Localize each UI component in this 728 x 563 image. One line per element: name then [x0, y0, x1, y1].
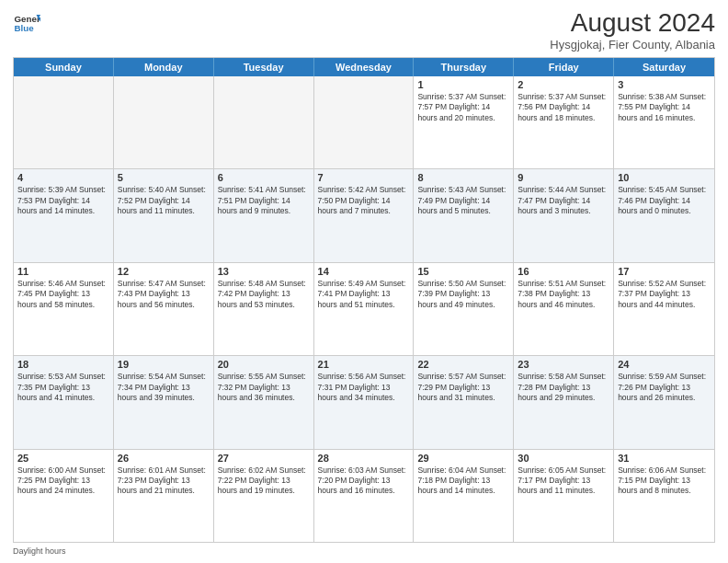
day-info: Sunrise: 6:01 AM Sunset: 7:23 PM Dayligh… [118, 465, 210, 497]
day-header-saturday: Saturday [614, 58, 714, 76]
day-number: 9 [518, 172, 609, 183]
day-cell-3: 3Sunrise: 5:38 AM Sunset: 7:55 PM Daylig… [614, 76, 714, 168]
day-number: 15 [417, 266, 509, 277]
day-cell-24: 24Sunrise: 5:59 AM Sunset: 7:26 PM Dayli… [614, 356, 714, 448]
day-number: 27 [218, 453, 310, 464]
day-number: 10 [618, 172, 711, 183]
day-info: Sunrise: 5:54 AM Sunset: 7:34 PM Dayligh… [118, 372, 210, 403]
day-number: 12 [118, 266, 210, 277]
day-info: Sunrise: 5:49 AM Sunset: 7:41 PM Dayligh… [318, 279, 410, 310]
day-info: Sunrise: 5:41 AM Sunset: 7:51 PM Dayligh… [218, 185, 310, 216]
day-info: Sunrise: 5:44 AM Sunset: 7:47 PM Dayligh… [518, 185, 609, 216]
day-info: Sunrise: 5:53 AM Sunset: 7:35 PM Dayligh… [17, 372, 109, 403]
day-number: 28 [318, 453, 410, 464]
day-number: 13 [218, 266, 310, 277]
day-info: Sunrise: 5:48 AM Sunset: 7:42 PM Dayligh… [218, 279, 310, 310]
day-number: 8 [417, 172, 509, 183]
day-cell-30: 30Sunrise: 6:05 AM Sunset: 7:17 PM Dayli… [514, 450, 614, 542]
day-cell-7: 7Sunrise: 5:42 AM Sunset: 7:50 PM Daylig… [314, 169, 415, 261]
day-cell-29: 29Sunrise: 6:04 AM Sunset: 7:18 PM Dayli… [414, 450, 514, 542]
day-info: Sunrise: 5:56 AM Sunset: 7:31 PM Dayligh… [318, 372, 410, 403]
day-cell-13: 13Sunrise: 5:48 AM Sunset: 7:42 PM Dayli… [214, 263, 314, 355]
day-info: Sunrise: 5:52 AM Sunset: 7:37 PM Dayligh… [618, 279, 711, 310]
day-number: 23 [518, 359, 609, 370]
day-number: 25 [17, 453, 109, 464]
day-number: 30 [518, 453, 609, 464]
subtitle: Hysgjokaj, Fier County, Albania [550, 38, 715, 52]
day-number: 16 [518, 266, 609, 277]
day-number: 31 [618, 453, 711, 464]
day-number: 4 [17, 172, 109, 183]
day-info: Sunrise: 6:03 AM Sunset: 7:20 PM Dayligh… [318, 465, 410, 497]
day-cell-28: 28Sunrise: 6:03 AM Sunset: 7:20 PM Dayli… [314, 450, 415, 542]
week-row-2: 4Sunrise: 5:39 AM Sunset: 7:53 PM Daylig… [14, 168, 714, 261]
day-cell-6: 6Sunrise: 5:41 AM Sunset: 7:51 PM Daylig… [214, 169, 314, 261]
header: General Blue August 2024 Hysgjokaj, Fier… [13, 9, 715, 52]
day-cell-5: 5Sunrise: 5:40 AM Sunset: 7:52 PM Daylig… [114, 169, 214, 261]
logo-icon: General Blue [13, 9, 40, 37]
day-header-friday: Friday [514, 58, 614, 76]
day-info: Sunrise: 6:05 AM Sunset: 7:17 PM Dayligh… [518, 465, 609, 497]
day-cell-1: 1Sunrise: 5:37 AM Sunset: 7:57 PM Daylig… [414, 76, 514, 168]
day-number: 6 [218, 172, 310, 183]
title-block: August 2024 Hysgjokaj, Fier County, Alba… [550, 9, 715, 52]
day-cell-27: 27Sunrise: 6:02 AM Sunset: 7:22 PM Dayli… [214, 450, 314, 542]
day-number: 1 [417, 79, 509, 90]
day-info: Sunrise: 6:00 AM Sunset: 7:25 PM Dayligh… [17, 465, 109, 497]
empty-cell [114, 76, 214, 168]
day-info: Sunrise: 5:37 AM Sunset: 7:56 PM Dayligh… [518, 92, 609, 123]
day-info: Sunrise: 5:59 AM Sunset: 7:26 PM Dayligh… [618, 372, 711, 403]
day-info: Sunrise: 6:04 AM Sunset: 7:18 PM Dayligh… [417, 465, 509, 497]
day-header-monday: Monday [114, 58, 214, 76]
day-info: Sunrise: 5:40 AM Sunset: 7:52 PM Dayligh… [118, 185, 210, 216]
day-number: 29 [417, 453, 509, 464]
day-info: Sunrise: 5:55 AM Sunset: 7:32 PM Dayligh… [218, 372, 310, 403]
day-info: Sunrise: 5:46 AM Sunset: 7:45 PM Dayligh… [17, 279, 109, 310]
day-cell-10: 10Sunrise: 5:45 AM Sunset: 7:46 PM Dayli… [614, 169, 714, 261]
day-cell-21: 21Sunrise: 5:56 AM Sunset: 7:31 PM Dayli… [314, 356, 415, 448]
day-cell-9: 9Sunrise: 5:44 AM Sunset: 7:47 PM Daylig… [514, 169, 614, 261]
footer-note: Daylight hours [13, 546, 715, 556]
day-number: 24 [618, 359, 711, 370]
day-info: Sunrise: 5:39 AM Sunset: 7:53 PM Dayligh… [17, 185, 109, 216]
week-row-4: 18Sunrise: 5:53 AM Sunset: 7:35 PM Dayli… [14, 355, 714, 448]
day-cell-25: 25Sunrise: 6:00 AM Sunset: 7:25 PM Dayli… [14, 450, 114, 542]
day-cell-2: 2Sunrise: 5:37 AM Sunset: 7:56 PM Daylig… [514, 76, 614, 168]
empty-cell [214, 76, 314, 168]
day-info: Sunrise: 5:43 AM Sunset: 7:49 PM Dayligh… [417, 185, 509, 216]
main-title: August 2024 [550, 9, 715, 38]
day-number: 21 [318, 359, 410, 370]
day-cell-18: 18Sunrise: 5:53 AM Sunset: 7:35 PM Dayli… [14, 356, 114, 448]
svg-text:Blue: Blue [15, 23, 35, 33]
day-info: Sunrise: 6:06 AM Sunset: 7:15 PM Dayligh… [618, 465, 711, 497]
day-number: 14 [318, 266, 410, 277]
day-number: 20 [218, 359, 310, 370]
day-cell-20: 20Sunrise: 5:55 AM Sunset: 7:32 PM Dayli… [214, 356, 314, 448]
day-number: 11 [17, 266, 109, 277]
day-info: Sunrise: 5:37 AM Sunset: 7:57 PM Dayligh… [417, 92, 509, 123]
day-cell-19: 19Sunrise: 5:54 AM Sunset: 7:34 PM Dayli… [114, 356, 214, 448]
day-cell-23: 23Sunrise: 5:58 AM Sunset: 7:28 PM Dayli… [514, 356, 614, 448]
day-header-tuesday: Tuesday [214, 58, 314, 76]
day-info: Sunrise: 5:47 AM Sunset: 7:43 PM Dayligh… [118, 279, 210, 310]
day-cell-12: 12Sunrise: 5:47 AM Sunset: 7:43 PM Dayli… [114, 263, 214, 355]
day-cell-14: 14Sunrise: 5:49 AM Sunset: 7:41 PM Dayli… [314, 263, 415, 355]
day-info: Sunrise: 5:58 AM Sunset: 7:28 PM Dayligh… [518, 372, 609, 403]
day-number: 7 [318, 172, 410, 183]
day-info: Sunrise: 5:50 AM Sunset: 7:39 PM Dayligh… [417, 279, 509, 310]
logo: General Blue [13, 9, 40, 37]
day-info: Sunrise: 5:45 AM Sunset: 7:46 PM Dayligh… [618, 185, 711, 216]
day-info: Sunrise: 5:51 AM Sunset: 7:38 PM Dayligh… [518, 279, 609, 310]
calendar-body: 1Sunrise: 5:37 AM Sunset: 7:57 PM Daylig… [14, 76, 714, 542]
day-cell-8: 8Sunrise: 5:43 AM Sunset: 7:49 PM Daylig… [414, 169, 514, 261]
day-header-thursday: Thursday [414, 58, 514, 76]
day-cell-4: 4Sunrise: 5:39 AM Sunset: 7:53 PM Daylig… [14, 169, 114, 261]
week-row-1: 1Sunrise: 5:37 AM Sunset: 7:57 PM Daylig… [14, 76, 714, 168]
day-number: 18 [17, 359, 109, 370]
day-info: Sunrise: 5:38 AM Sunset: 7:55 PM Dayligh… [618, 92, 711, 123]
day-cell-11: 11Sunrise: 5:46 AM Sunset: 7:45 PM Dayli… [14, 263, 114, 355]
day-info: Sunrise: 6:02 AM Sunset: 7:22 PM Dayligh… [218, 465, 310, 497]
week-row-5: 25Sunrise: 6:00 AM Sunset: 7:25 PM Dayli… [14, 449, 714, 542]
day-header-wednesday: Wednesday [314, 58, 415, 76]
day-number: 3 [618, 79, 711, 90]
